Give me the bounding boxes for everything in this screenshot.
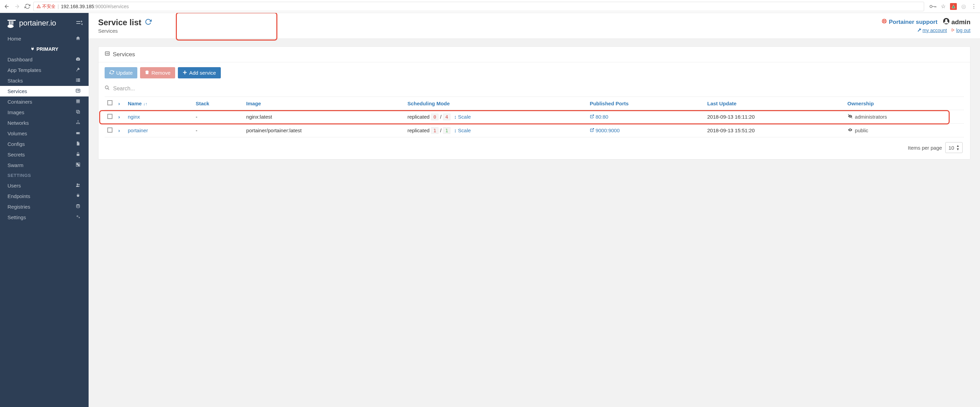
sidebar-item-secrets[interactable]: Secrets <box>0 149 89 160</box>
update-button[interactable]: Update <box>105 67 137 78</box>
life-ring-icon <box>881 18 887 26</box>
search-icon <box>105 85 110 92</box>
svg-rect-13 <box>77 90 77 90</box>
column-stack[interactable]: Stack <box>193 97 243 110</box>
key-icon[interactable] <box>929 3 936 10</box>
svg-point-0 <box>930 5 932 8</box>
lock-icon <box>75 152 81 158</box>
browser-forward-button[interactable] <box>13 2 21 11</box>
extension-grey-icon[interactable]: ◎ <box>960 3 967 10</box>
page-header: Service list Services Portainer support <box>89 13 980 39</box>
image-cell: nginx:latest <box>243 110 405 124</box>
sidebar-settings-heading: SETTINGS <box>0 171 89 180</box>
extension-icon[interactable] <box>950 3 957 10</box>
row-checkbox[interactable] <box>107 128 113 132</box>
port-link[interactable]: 80:80 <box>590 114 702 120</box>
sidebar-item-registries[interactable]: Registries <box>0 201 89 212</box>
sidebar-item-volumes[interactable]: Volumes <box>0 128 89 139</box>
stack-cell: - <box>193 110 243 124</box>
sidebar-item-settings[interactable]: Settings <box>0 212 89 223</box>
page-size-select[interactable]: 10 ▲▼ <box>945 142 963 153</box>
row-checkbox[interactable] <box>107 114 113 119</box>
expand-row-icon[interactable]: › <box>118 128 120 133</box>
svg-point-27 <box>79 133 80 134</box>
svg-rect-14 <box>78 90 80 90</box>
sidebar-item-dashboard[interactable]: Dashboard <box>0 54 89 65</box>
rocket-icon <box>75 67 81 73</box>
hdd-icon <box>75 131 81 136</box>
svg-point-38 <box>884 20 885 22</box>
arrows-v-icon: ↕ <box>454 128 457 133</box>
svg-point-36 <box>79 217 80 218</box>
sidebar: portainer.io Home PRIMARY Dashboard Ap <box>0 13 89 407</box>
th-list-icon <box>75 78 81 83</box>
sidebar-item-home[interactable]: Home <box>0 34 89 44</box>
user-menu[interactable]: admin <box>943 18 970 26</box>
expand-row-icon[interactable]: › <box>118 114 120 120</box>
plug-icon <box>75 193 81 199</box>
add-service-button[interactable]: Add service <box>178 67 221 78</box>
service-name-link[interactable]: nginx <box>128 114 140 120</box>
log-out-link[interactable]: log out <box>951 28 970 33</box>
chevron-down-icon: ▲▼ <box>956 144 959 151</box>
svg-point-32 <box>77 184 78 185</box>
sidebar-item-networks[interactable]: Networks <box>0 118 89 128</box>
star-icon[interactable]: ☆ <box>940 3 947 10</box>
tachometer-icon <box>75 57 81 62</box>
my-account-link[interactable]: my account <box>917 28 947 33</box>
column-scheduling[interactable]: Scheduling Mode <box>405 97 587 110</box>
users-icon <box>75 183 81 188</box>
support-link[interactable]: Portainer support <box>881 18 937 26</box>
sidebar-item-swarm[interactable]: Swarm <box>0 160 89 171</box>
sidebar-item-endpoints[interactable]: Endpoints <box>0 191 89 201</box>
svg-rect-20 <box>77 111 80 113</box>
sidebar-item-app-templates[interactable]: App Templates <box>0 65 89 75</box>
column-ports[interactable]: Published Ports <box>587 97 705 110</box>
main-content: Service list Services Portainer support <box>89 13 980 407</box>
column-image[interactable]: Image <box>243 97 405 110</box>
eye-slash-icon <box>848 113 853 120</box>
ownership-cell: administrators <box>848 113 961 120</box>
sidebar-item-users[interactable]: Users <box>0 180 89 191</box>
remove-button[interactable]: Remove <box>140 67 175 78</box>
sitemap-icon <box>75 120 81 126</box>
svg-rect-22 <box>78 120 78 121</box>
browser-url-bar[interactable]: 不安全 | 192.168.39.185:9000/#/services <box>33 2 924 11</box>
scheduling-cell: replicated 0 / 4 ↕ Scale <box>405 110 587 124</box>
svg-rect-24 <box>78 123 78 124</box>
select-all-checkbox[interactable] <box>107 100 113 105</box>
sidebar-item-stacks[interactable]: Stacks <box>0 75 89 86</box>
page-title: Service list <box>98 18 142 27</box>
services-panel: Services Update Remove <box>98 46 970 160</box>
desired-count: 4 <box>443 113 450 120</box>
svg-point-42 <box>105 86 108 89</box>
column-ownership[interactable]: Ownership <box>845 97 964 110</box>
search-input[interactable] <box>113 86 964 92</box>
external-link-icon <box>590 114 594 120</box>
database-icon <box>75 204 81 210</box>
service-name-link[interactable]: portainer <box>128 128 148 133</box>
ownership-cell: public <box>848 127 961 134</box>
browser-menu-icon[interactable]: ⋮ <box>970 3 977 10</box>
sidebar-toggle-icon[interactable] <box>76 21 83 26</box>
image-cell: portainer/portainer:latest <box>243 124 405 137</box>
svg-rect-19 <box>76 102 80 103</box>
browser-reload-button[interactable] <box>23 2 31 11</box>
browser-back-button[interactable] <box>3 2 11 11</box>
svg-point-35 <box>77 216 78 217</box>
expand-all-icon[interactable]: › <box>118 101 120 106</box>
refresh-icon[interactable] <box>145 18 152 27</box>
sidebar-item-configs[interactable]: Configs <box>0 139 89 149</box>
browser-toolbar: 不安全 | 192.168.39.185:9000/#/services ☆ ◎… <box>0 0 980 13</box>
svg-rect-18 <box>76 101 80 102</box>
logo[interactable]: portainer.io <box>6 18 56 29</box>
column-name[interactable]: Name ↓↑ <box>125 97 193 110</box>
sidebar-item-services[interactable]: Services <box>0 86 89 96</box>
sidebar-item-containers[interactable]: Containers <box>0 96 89 107</box>
sidebar-item-images[interactable]: Images <box>0 107 89 118</box>
port-link[interactable]: 9000:9000 <box>590 128 702 133</box>
scale-link[interactable]: ↕ Scale <box>454 128 471 133</box>
scale-link[interactable]: ↕ Scale <box>454 114 471 120</box>
column-updated[interactable]: Last Update <box>704 97 845 110</box>
sort-icon: ↓↑ <box>143 102 147 106</box>
